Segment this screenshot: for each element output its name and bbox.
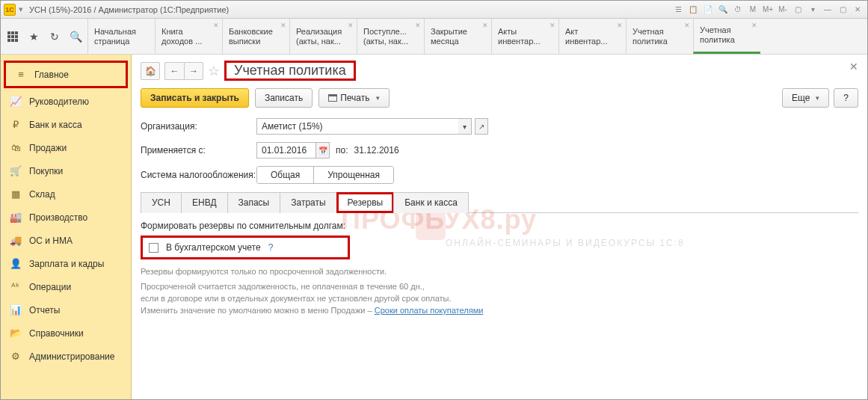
person-icon: 👤: [10, 258, 22, 269]
tax-simplified-option[interactable]: Упрощенная: [314, 167, 393, 183]
menu-icon: ≡: [15, 69, 27, 80]
folder-icon: 📂: [10, 327, 22, 339]
tab-receipts[interactable]: Поступле...(акты, нак...✕: [357, 19, 424, 54]
barchart-icon: 📊: [10, 304, 22, 316]
operations-icon: ᴬᵏ: [10, 281, 22, 292]
sidebar-item-refs[interactable]: 📂Справочники: [1, 321, 131, 345]
dropdown-button[interactable]: ▾: [458, 118, 472, 135]
toolbar-m-minus[interactable]: М-: [776, 4, 789, 16]
date-from-input[interactable]: [256, 142, 316, 159]
toolbar-m[interactable]: М: [746, 4, 760, 16]
sidebar-item-reports[interactable]: 📊Отчеты: [1, 298, 131, 321]
back-button[interactable]: ←: [164, 62, 184, 80]
tax-general-option[interactable]: Общая: [257, 167, 314, 183]
tax-system-label: Система налогообложения:: [141, 170, 256, 180]
top-toolbar: ★ ↻ 🔍 Начальнаястраница Книгадоходов ...…: [1, 19, 867, 55]
close-icon[interactable]: ✕: [851, 4, 864, 16]
toolbar-icon[interactable]: ⏱: [731, 4, 745, 16]
ruble-icon: ₽: [10, 119, 22, 130]
more-button[interactable]: Еще: [782, 88, 829, 108]
inner-tab-bank[interactable]: Банк и касса: [393, 192, 469, 213]
close-page-icon[interactable]: ✕: [849, 61, 858, 73]
search-icon[interactable]: 🔍: [68, 29, 83, 44]
sidebar-item-warehouse[interactable]: ▦Склад: [1, 182, 131, 206]
org-input[interactable]: [256, 118, 458, 135]
save-close-button[interactable]: Записать и закрыть: [141, 88, 249, 108]
app-icon: 1C: [4, 4, 16, 16]
applies-label: Применяется с:: [141, 145, 256, 156]
boxes-icon: ▦: [10, 188, 22, 200]
sidebar-item-admin[interactable]: ⚙Администрирование: [1, 345, 131, 368]
sidebar: ≡Главное 📈Руководителю ₽Банк и касса 🛍Пр…: [1, 55, 132, 399]
help-icon[interactable]: ?: [268, 242, 274, 253]
date-to-label: по:: [336, 145, 348, 156]
inner-tab-costs[interactable]: Затраты: [280, 192, 336, 213]
toolbar-icon[interactable]: ▢: [791, 4, 804, 16]
sidebar-item-assets[interactable]: 🚚ОС и НМА: [1, 229, 131, 252]
chart-icon: 📈: [10, 96, 22, 107]
sidebar-item-operations[interactable]: ᴬᵏОперации: [1, 275, 131, 298]
truck-icon: 🚚: [10, 235, 22, 246]
home-button[interactable]: 🏠: [141, 62, 160, 80]
history-icon[interactable]: ↻: [47, 29, 62, 44]
toolbar-icon[interactable]: 📄: [701, 4, 715, 16]
tab-inventory-act[interactable]: Актинвентар...✕: [558, 19, 626, 54]
minimize-icon[interactable]: —: [821, 4, 834, 16]
sidebar-item-bank[interactable]: ₽Банк и касса: [1, 113, 131, 136]
reserves-checkbox-row: В бухгалтерском учете ?: [141, 236, 350, 259]
payment-terms-link[interactable]: Сроки оплаты покупателями: [375, 306, 484, 315]
main-content: ПРОФБУХ8.ру ОНЛАЙН-СЕМИНАРЫ И ВИДЕОКУРСЫ…: [132, 55, 867, 399]
sidebar-item-production[interactable]: 🏭Производство: [1, 206, 131, 229]
printer-icon: [328, 94, 337, 102]
favorite-icon[interactable]: ☆: [208, 63, 220, 79]
toolbar-icon[interactable]: 📋: [686, 4, 700, 16]
help-button[interactable]: ?: [834, 88, 858, 108]
toolbar-icon[interactable]: ☰: [671, 4, 685, 16]
tab-accounting-policy[interactable]: Учетнаяполитика✕: [626, 19, 693, 54]
sidebar-item-hr[interactable]: 👤Зарплата и кадры: [1, 252, 131, 275]
print-button[interactable]: Печать: [318, 88, 389, 108]
maximize-icon[interactable]: ▢: [836, 4, 849, 16]
factory-icon: 🏭: [10, 212, 22, 223]
reserves-note-1: Резервы формируются только по просроченн…: [141, 265, 858, 277]
open-ref-button[interactable]: ↗: [475, 118, 488, 135]
favorites-icon[interactable]: ★: [26, 29, 41, 44]
toolbar-m-plus[interactable]: М+: [761, 4, 775, 16]
inner-tabs: УСН ЕНВД Запасы Затраты Резервы Банк и к…: [141, 191, 858, 213]
sidebar-item-sales[interactable]: 🛍Продажи: [1, 136, 131, 159]
tab-inventory-acts[interactable]: Актыинвентар...✕: [491, 19, 558, 54]
tab-accounting-policy-active[interactable]: Учетнаяполитика✕: [693, 19, 760, 54]
tab-sales[interactable]: Реализация(акты, нак...✕: [289, 19, 357, 54]
checkbox-label: В бухгалтерском учете: [166, 242, 261, 253]
window-titlebar: 1C ▾ УСН (15%)-2016 / Администратор (1С:…: [1, 1, 867, 19]
tab-month-close[interactable]: Закрытиемесяца✕: [424, 19, 491, 54]
org-label: Организация:: [141, 121, 256, 132]
open-tabs: Начальнаястраница Книгадоходов ...✕ Банк…: [87, 19, 867, 54]
tab-bank-statements[interactable]: Банковскиевыписки✕: [222, 19, 289, 54]
reserves-note-2: Просроченной считается задолженность, не…: [141, 280, 858, 316]
watermark-subtext: ОНЛАЙН-СЕМИНАРЫ И ВИДЕОКУРСЫ 1С:8: [446, 238, 685, 248]
apps-icon[interactable]: [5, 29, 20, 44]
forward-button[interactable]: →: [184, 62, 203, 80]
sidebar-item-purchases[interactable]: 🛒Покупки: [1, 159, 131, 182]
calendar-button[interactable]: 📅: [316, 142, 330, 159]
tab-start-page[interactable]: Начальнаястраница: [87, 19, 155, 54]
page-title: Учетная политика: [227, 61, 354, 79]
sidebar-item-manager[interactable]: 📈Руководителю: [1, 90, 131, 113]
accounting-reserves-checkbox[interactable]: [149, 243, 158, 253]
inner-tab-usn[interactable]: УСН: [141, 192, 182, 213]
gear-icon: ⚙: [10, 351, 22, 362]
tab-income-book[interactable]: Книгадоходов ...✕: [155, 19, 222, 54]
dropdown-icon[interactable]: ▾: [19, 4, 26, 14]
toolbar-icon[interactable]: 🔍: [716, 4, 730, 16]
cart-icon: 🛒: [10, 165, 22, 176]
bag-icon: 🛍: [10, 142, 22, 153]
save-button[interactable]: Записать: [255, 88, 313, 108]
inner-tab-envd[interactable]: ЕНВД: [181, 192, 228, 213]
sidebar-item-main[interactable]: ≡Главное: [6, 63, 126, 86]
reserves-section-label: Формировать резервы по сомнительным долг…: [141, 221, 858, 231]
inner-tab-stock[interactable]: Запасы: [227, 192, 281, 213]
tax-system-toggle[interactable]: Общая Упрощенная: [256, 166, 394, 184]
inner-tab-reserves[interactable]: Резервы: [336, 192, 395, 213]
toolbar-icon[interactable]: ▾: [806, 4, 819, 16]
